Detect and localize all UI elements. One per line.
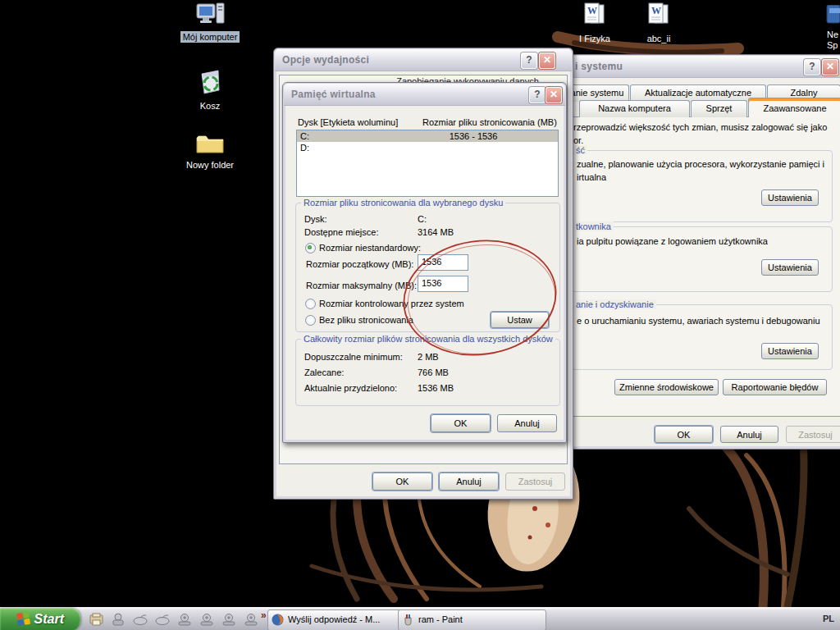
mouse-device-icon[interactable] [154, 613, 171, 627]
apply-button: Zastosuj [786, 426, 840, 443]
desktop-icon-recycle-bin[interactable]: Kosz [178, 67, 242, 112]
folder-icon [195, 131, 225, 156]
system-properties-titlebar: i systemu ? ✕ [568, 56, 840, 78]
desktop-screen: { "colors": { "group_title_blue": "#3c53… [0, 0, 840, 630]
word-document-icon: W [645, 2, 673, 30]
cancel-button[interactable]: Anuluj [439, 472, 499, 491]
desktop-icon-label: Kosz [198, 100, 222, 112]
apply-button: Zastosuj [505, 472, 565, 491]
desktop-icon-label: abc_ii [645, 33, 673, 44]
help-icon[interactable]: ? [804, 59, 820, 75]
performance-options-titlebar: Opcje wydajności ? ✕ [275, 49, 572, 71]
desktop-icon-doc-fizyka[interactable]: W I Fizyka [563, 2, 627, 44]
start-button[interactable]: Start [0, 608, 80, 630]
list-item-drive-c[interactable]: C: 1536 - 1536 [297, 130, 558, 142]
cancel-button[interactable]: Anuluj [497, 414, 557, 432]
available-space-label: Dostępne miejsce: [304, 227, 379, 237]
startup-recovery-settings-button[interactable]: Ustawienia [761, 343, 819, 359]
drive-letter: D: [300, 142, 309, 153]
desktop-icon-my-computer[interactable]: Mój komputer [178, 2, 242, 43]
tab-hardware[interactable]: Sprzęt [691, 100, 747, 117]
taskbar-task-paint[interactable]: ram - Paint [398, 609, 546, 630]
svg-text:W: W [587, 5, 597, 16]
virtual-memory-titlebar: Pamięć wirtualna ? ✕ [284, 84, 565, 106]
error-reporting-button[interactable]: Raportowanie błędów [723, 379, 827, 395]
drive-device-icon[interactable] [243, 613, 259, 627]
list-item-drive-d[interactable]: D: [297, 142, 558, 153]
column-header-disk: Dysk [Etykieta woluminu] [298, 117, 398, 127]
performance-group-title: ść [573, 145, 587, 155]
window-title: i systemu [575, 61, 623, 72]
user-profiles-settings-button[interactable]: Ustawienia [761, 259, 819, 276]
printer-icon[interactable] [89, 613, 105, 627]
admin-note-line2: or. [573, 135, 583, 145]
device-icon[interactable] [110, 613, 126, 627]
admin-note-line1: rzeprowadzić większość tych zmian, musis… [573, 122, 827, 132]
tab-system-restore[interactable]: anie systemu [565, 84, 629, 102]
allocated-value: 1536 MB [418, 383, 454, 393]
ok-button[interactable]: OK [372, 472, 432, 491]
desktop-icon-doc-abc[interactable]: W abc_ii [627, 2, 691, 44]
svg-text:W: W [651, 5, 661, 16]
taskbar: Start » [0, 607, 840, 630]
mouse-device-icon[interactable] [132, 613, 148, 627]
close-icon[interactable]: ✕ [539, 52, 555, 69]
my-computer-icon [195, 2, 225, 28]
tab-computer-name[interactable]: Nazwa komputera [579, 100, 690, 117]
tab-advanced[interactable]: Zaawansowane [748, 98, 840, 117]
desktop-icon-label: I Fizyka [577, 33, 613, 44]
disk-label: Dysk: [304, 214, 327, 224]
cancel-button[interactable]: Anuluj [720, 426, 778, 443]
paint-icon [402, 614, 414, 626]
drive-listbox[interactable]: C: 1536 - 1536 D: [296, 130, 559, 197]
help-icon[interactable]: ? [529, 87, 546, 103]
performance-text-line2: irtualna [577, 172, 606, 182]
environment-variables-button[interactable]: Zmienne środowiskowe [614, 379, 719, 395]
radio-no-paging-file[interactable] [305, 315, 316, 326]
startup-recovery-group-title: anie i odzyskiwanie [573, 299, 656, 309]
language-indicator[interactable]: PL [823, 614, 834, 623]
radio-system-managed[interactable] [305, 299, 316, 309]
desktop-icon-label: Nowy folder [184, 159, 236, 171]
tab-automatic-updates[interactable]: Aktualizacje automatyczne [630, 84, 766, 102]
task-label: Wyślij odpowiedź - M... [288, 614, 380, 624]
recycle-bin-icon [197, 67, 223, 97]
radio-custom-size[interactable] [305, 243, 316, 253]
startup-recovery-text: e o uruchamianiu systemu, awariach syste… [577, 316, 820, 326]
taskbar-task-firefox[interactable]: Wyślij odpowiedź - M... [267, 609, 413, 630]
user-profiles-group-title: tkownika [573, 221, 614, 231]
partial-icon-label-line1: Ne [827, 30, 838, 39]
word-document-icon: W [581, 2, 609, 30]
quick-launch-overflow-chevron[interactable]: » [261, 609, 267, 621]
drive-paging-size: 1536 - 1536 [424, 130, 523, 142]
window-title: Pamięć wirtualna [291, 89, 376, 100]
red-circle-annotation [394, 230, 566, 365]
performance-settings-button[interactable]: Ustawienia [761, 189, 819, 206]
performance-text-line1: zualne, planowanie użycia procesora, wyk… [577, 159, 824, 169]
close-icon[interactable]: ✕ [822, 59, 838, 75]
desktop-icon-new-folder[interactable]: Nowy folder [178, 131, 242, 171]
recommended-value: 766 MB [418, 368, 449, 377]
startup-recovery-group [572, 304, 833, 370]
partial-app-icon [825, 5, 840, 26]
desktop-icon-label: Mój komputer [180, 31, 240, 43]
drive-letter: C: [300, 130, 309, 142]
ok-button[interactable]: OK [655, 426, 713, 443]
desktop-icon-partial[interactable]: Ne Sp [825, 5, 840, 28]
windows-flag-icon [16, 612, 30, 626]
drive-device-icon[interactable] [176, 613, 193, 627]
selected-drive-group-title: Rozmiar pliku stronicowania dla wybraneg… [301, 198, 505, 208]
drive-device-icon[interactable] [221, 613, 237, 627]
allocated-label: Aktualnie przydzielono: [304, 383, 397, 393]
ok-button[interactable]: OK [431, 414, 491, 432]
start-label: Start [34, 612, 64, 626]
help-icon[interactable]: ? [521, 52, 537, 69]
disk-value: C: [418, 214, 427, 224]
recommended-label: Zalecane: [304, 368, 344, 377]
drive-device-icon[interactable] [199, 613, 215, 627]
partial-icon-label-line2: Sp [827, 40, 838, 50]
window-title: Opcje wydajności [282, 54, 369, 66]
firefox-icon [272, 614, 284, 626]
column-header-size: Rozmiar pliku stronicowania (MB) [422, 117, 557, 127]
close-icon[interactable]: ✕ [546, 87, 562, 103]
